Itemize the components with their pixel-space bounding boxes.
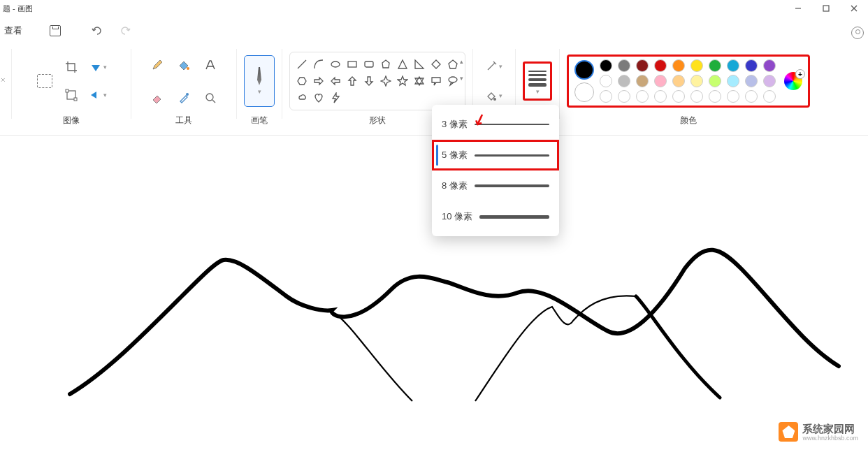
- shape-rect-icon[interactable]: [346, 58, 359, 71]
- text-button[interactable]: [198, 52, 223, 78]
- shapes-grid: [296, 58, 459, 104]
- color-swatch[interactable]: [672, 90, 685, 103]
- shape-outline-button[interactable]: ▾: [480, 57, 508, 76]
- view-tab[interactable]: 查看: [1, 19, 25, 43]
- shape-curve-icon[interactable]: [312, 58, 325, 71]
- color-swatch[interactable]: [745, 75, 758, 87]
- size-option[interactable]: 8 像素: [432, 170, 559, 201]
- chevron-down-icon: ▾: [536, 88, 540, 95]
- color-swatch[interactable]: [709, 59, 721, 72]
- color-swatch[interactable]: [672, 75, 685, 87]
- color-swatch[interactable]: [745, 59, 758, 72]
- resize-button[interactable]: [59, 82, 84, 108]
- close-button[interactable]: [840, 0, 868, 17]
- color-swatch[interactable]: [709, 75, 721, 87]
- shape-fill-button[interactable]: ▾: [480, 86, 508, 106]
- color-swatch[interactable]: [654, 59, 667, 72]
- color-swatch[interactable]: [672, 59, 685, 72]
- color-swatch[interactable]: [600, 90, 612, 103]
- shape-polygon-icon[interactable]: [379, 58, 392, 71]
- magnifier-button[interactable]: [198, 85, 223, 110]
- chevron-down-icon: ▾: [499, 63, 502, 70]
- shape-arrow-down-icon[interactable]: [363, 75, 375, 87]
- clipboard-button-fragment[interactable]: [0, 68, 8, 94]
- color-swatch[interactable]: [618, 75, 630, 87]
- color-swatch[interactable]: [636, 90, 649, 103]
- shape-triangle-icon[interactable]: [396, 58, 409, 71]
- size-option[interactable]: 10 像素: [432, 201, 559, 232]
- rotate-button[interactable]: ▾: [85, 55, 110, 80]
- undo-button[interactable]: [85, 19, 109, 43]
- size-option[interactable]: 5 像素: [432, 140, 559, 170]
- shapes-gallery[interactable]: ▴▾: [289, 52, 465, 110]
- color-swatch[interactable]: [600, 75, 612, 87]
- shape-arrow-up-icon[interactable]: [346, 75, 359, 87]
- size-option[interactable]: 3 像素: [432, 109, 559, 140]
- svg-point-12: [331, 61, 340, 67]
- shape-diamond-icon[interactable]: [430, 58, 442, 71]
- shape-arrow-left-icon[interactable]: [329, 75, 342, 87]
- pencil-button[interactable]: [145, 52, 170, 78]
- color2-swatch[interactable]: [574, 82, 594, 102]
- shapes-scroll[interactable]: ▴▾: [460, 58, 463, 82]
- save-button[interactable]: [43, 19, 67, 43]
- shape-callout-cloud-icon[interactable]: [296, 92, 308, 104]
- shape-heart-icon[interactable]: [312, 92, 325, 104]
- select-button[interactable]: [32, 68, 57, 94]
- watermark-sub: www.hnzkhbsb.com: [802, 435, 858, 442]
- shape-roundrect-icon[interactable]: [363, 58, 375, 71]
- color-swatch[interactable]: [636, 59, 649, 72]
- select-rect-icon: [37, 74, 52, 88]
- size-dropdown: 3 像素5 像素8 像素10 像素: [432, 105, 559, 236]
- color-swatch[interactable]: [763, 75, 776, 87]
- color-swatch[interactable]: [618, 59, 630, 72]
- shape-pentagon-icon[interactable]: [447, 58, 459, 71]
- color-swatch[interactable]: [727, 59, 739, 72]
- color-swatch[interactable]: [636, 75, 649, 87]
- shape-oval-icon[interactable]: [329, 58, 342, 71]
- minimize-button[interactable]: [784, 0, 812, 17]
- redo-button[interactable]: [113, 19, 137, 43]
- edit-colors-button[interactable]: [784, 72, 802, 90]
- color-swatch[interactable]: [745, 90, 758, 103]
- shape-right-triangle-icon[interactable]: [413, 58, 426, 71]
- shape-callout-round-icon[interactable]: [447, 75, 459, 87]
- eraser-button[interactable]: [145, 85, 170, 110]
- color-swatch[interactable]: [690, 90, 703, 103]
- color-swatch[interactable]: [690, 75, 703, 87]
- crop-button[interactable]: [59, 55, 84, 80]
- group-label-shapes: 形状: [369, 115, 386, 126]
- flip-button[interactable]: ▾: [85, 82, 110, 108]
- color-swatch[interactable]: [654, 90, 667, 103]
- color-swatch[interactable]: [600, 59, 612, 72]
- shape-star4-icon[interactable]: [379, 75, 392, 87]
- maximize-button[interactable]: [812, 0, 840, 17]
- color-picker-button[interactable]: [171, 85, 196, 110]
- color-swatch[interactable]: [654, 75, 667, 87]
- shape-line-icon[interactable]: [296, 58, 308, 71]
- account-icon[interactable]: [851, 27, 864, 39]
- shape-hexagon-icon[interactable]: [296, 75, 308, 87]
- group-label-image: 图像: [63, 115, 80, 126]
- size-option-label: 5 像素: [442, 149, 468, 161]
- color-swatch[interactable]: [727, 75, 739, 87]
- fill-button[interactable]: [171, 52, 196, 78]
- color-swatch[interactable]: [763, 90, 776, 103]
- size-option-label: 3 像素: [442, 118, 468, 131]
- shape-star5-icon[interactable]: [396, 75, 409, 87]
- color1-swatch[interactable]: [574, 60, 594, 80]
- color-swatch[interactable]: [727, 90, 739, 103]
- shape-star6-icon[interactable]: [413, 75, 426, 87]
- shape-lightning-icon[interactable]: [329, 92, 342, 104]
- color-swatch[interactable]: [618, 90, 630, 103]
- shape-callout-rect-icon[interactable]: [430, 75, 442, 87]
- brush-button[interactable]: ▾: [244, 55, 275, 107]
- shape-arrow-right-icon[interactable]: [312, 75, 325, 87]
- svg-line-10: [212, 100, 215, 103]
- size-button[interactable]: ▾: [523, 61, 552, 101]
- chevron-down-icon: ▾: [499, 92, 502, 99]
- svg-rect-5: [66, 89, 68, 92]
- color-swatch[interactable]: [690, 59, 703, 72]
- color-swatch[interactable]: [763, 59, 776, 72]
- color-swatch[interactable]: [709, 90, 721, 103]
